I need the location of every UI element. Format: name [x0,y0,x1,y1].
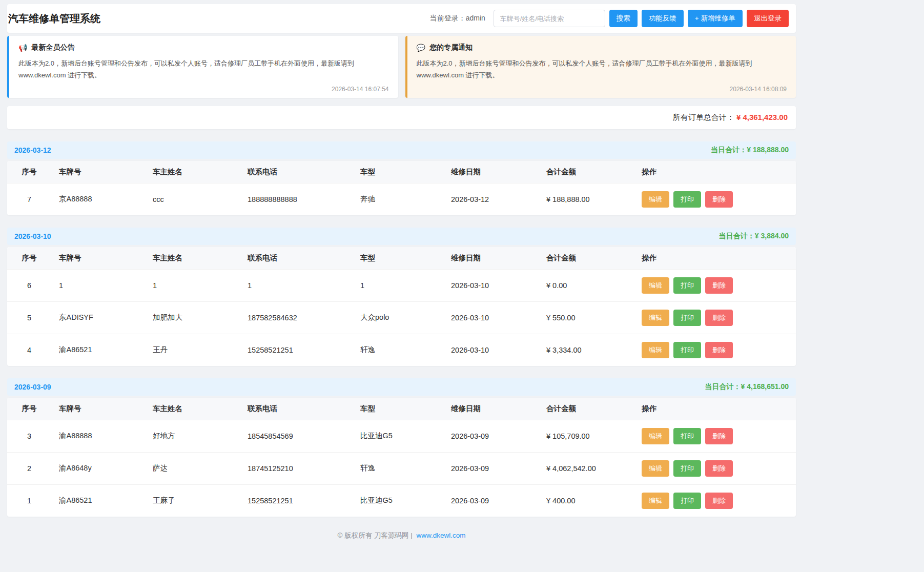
column-header: 车牌号 [51,161,145,183]
search-button[interactable]: 搜索 [609,10,638,27]
print-button[interactable]: 打印 [673,342,701,358]
cell-date: 2026-03-09 [443,484,539,517]
print-button[interactable]: 打印 [673,277,701,294]
cell-amount: ¥ 0.00 [539,269,634,301]
cell-actions: 编辑 打印 删除 [634,301,796,334]
cell-date: 2026-03-12 [443,183,539,215]
announcement-title-row: 📢 最新全员公告 [18,43,389,52]
column-header: 操作 [634,161,796,183]
app: 汽车维修单管理系统 当前登录：admin 搜索 功能反馈 + 新增维修单 退出登… [7,4,796,540]
cell-actions: 编辑 打印 删除 [634,183,796,215]
cell-owner: ccc [145,183,240,215]
cell-phone: 1 [240,269,353,301]
edit-button[interactable]: 编辑 [642,310,669,326]
table-row: 2 渝A8648y 萨达 18745125210 轩逸 2026-03-09 ¥… [7,452,796,484]
cell-owner: 王麻子 [145,484,240,517]
cell-amount: ¥ 4,062,542.00 [539,452,634,484]
footer-link[interactable]: www.dkewl.com [416,532,465,539]
page-title: 汽车维修单管理系统 [8,12,100,26]
delete-button[interactable]: 删除 [705,460,733,477]
cell-owner: 加肥加大 [145,301,240,334]
edit-button[interactable]: 编辑 [642,277,669,294]
delete-button[interactable]: 删除 [705,342,733,358]
announcement-body: 此版本为2.0，新增后台账号管理和公告发布，可以私发个人账号，适合修理厂员工带手… [18,57,389,81]
cell-plate: 渝A86521 [51,334,145,366]
print-button[interactable]: 打印 [673,310,701,326]
cell-no: 5 [7,301,51,334]
announcement-card: 📢 最新全员公告 此版本为2.0，新增后台账号管理和公告发布，可以私发个人账号，… [7,36,398,98]
cell-phone: 15258521251 [240,334,353,366]
cell-actions: 编辑 打印 删除 [634,452,796,484]
delete-button[interactable]: 删除 [705,310,733,326]
cell-plate: 1 [51,269,145,301]
delete-button[interactable]: 删除 [705,277,733,294]
delete-button[interactable]: 删除 [705,191,733,208]
cell-model: 比亚迪G5 [353,484,443,517]
cell-amount: ¥ 105,709.00 [539,420,634,452]
column-header: 车牌号 [51,398,145,420]
cell-owner: 好地方 [145,420,240,452]
group-daily-total: 当日合计：¥ 4,168,651.00 [705,382,789,392]
group-daily-total: 当日合计：¥ 188,888.00 [711,146,789,155]
edit-button[interactable]: 编辑 [642,342,669,358]
cell-owner: 王丹 [145,334,240,366]
group-daily-total: 当日合计：¥ 3,884.00 [719,232,789,241]
print-button[interactable]: 打印 [673,460,701,477]
table-row: 5 东ADISYF 加肥加大 187582584632 大众polo 2026-… [7,301,796,334]
grand-total-label: 所有订单总合计： [673,113,734,121]
table-row: 4 渝A86521 王丹 15258521251 轩逸 2026-03-10 ¥… [7,334,796,366]
cell-model: 轩逸 [353,452,443,484]
delete-button[interactable]: 删除 [705,493,733,509]
column-header: 维修日期 [443,247,539,270]
table-row: 1 渝A86521 王麻子 15258521251 比亚迪G5 2026-03-… [7,484,796,517]
column-header: 车型 [353,247,443,270]
print-button[interactable]: 打印 [673,428,701,444]
megaphone-icon: 📢 [18,44,27,52]
group-date: 2026-03-09 [14,383,51,391]
column-header: 联系电话 [240,398,353,420]
cell-model: 轩逸 [353,334,443,366]
table-row: 7 京A88888 ccc 188888888888 奔驰 2026-03-12… [7,183,796,215]
search-input[interactable] [494,10,605,27]
edit-button[interactable]: 编辑 [642,460,669,477]
cell-date: 2026-03-09 [443,420,539,452]
column-header: 操作 [634,398,796,420]
logout-button[interactable]: 退出登录 [747,10,789,27]
feedback-button[interactable]: 功能反馈 [642,10,684,27]
cell-owner: 1 [145,269,240,301]
column-header: 合计金额 [539,247,634,270]
column-header: 车型 [353,161,443,183]
date-group: 2026-03-09 当日合计：¥ 4,168,651.00 序号车牌号车主姓名… [7,378,796,517]
edit-button[interactable]: 编辑 [642,428,669,444]
table-header-row: 序号车牌号车主姓名联系电话车型维修日期合计金额操作 [7,161,796,183]
personal-notice-card: 💬 您的专属通知 此版本为2.0，新增后台账号管理和公告发布，可以私发个人账号，… [405,36,796,98]
column-header: 合计金额 [539,161,634,183]
print-button[interactable]: 打印 [673,191,701,208]
print-button[interactable]: 打印 [673,493,701,509]
column-header: 序号 [7,398,51,420]
table-row: 6 1 1 1 1 2026-03-10 ¥ 0.00 编辑 打印 删除 [7,269,796,301]
column-header: 维修日期 [443,398,539,420]
delete-button[interactable]: 删除 [705,428,733,444]
cell-model: 比亚迪G5 [353,420,443,452]
edit-button[interactable]: 编辑 [642,191,669,208]
add-order-button[interactable]: + 新增维修单 [688,10,743,27]
column-header: 序号 [7,161,51,183]
date-group: 2026-03-12 当日合计：¥ 188,888.00 序号车牌号车主姓名联系… [7,141,796,215]
cell-phone: 188888888888 [240,183,353,215]
cell-plate: 渝A8648y [51,452,145,484]
cell-amount: ¥ 550.00 [539,301,634,334]
edit-button[interactable]: 编辑 [642,493,669,509]
cell-date: 2026-03-10 [443,269,539,301]
topbar-controls: 当前登录：admin 搜索 功能反馈 + 新增维修单 退出登录 [430,10,789,27]
personal-notice-body: 此版本为2.0，新增后台账号管理和公告发布，可以私发个人账号，适合修理厂员工带手… [417,57,787,81]
cell-plate: 京A88888 [51,183,145,215]
group-date: 2026-03-12 [14,146,51,154]
cell-no: 2 [7,452,51,484]
table-header-row: 序号车牌号车主姓名联系电话车型维修日期合计金额操作 [7,398,796,420]
cell-no: 7 [7,183,51,215]
cell-actions: 编辑 打印 删除 [634,334,796,366]
cell-amount: ¥ 188,888.00 [539,183,634,215]
cell-actions: 编辑 打印 删除 [634,420,796,452]
cell-owner: 萨达 [145,452,240,484]
